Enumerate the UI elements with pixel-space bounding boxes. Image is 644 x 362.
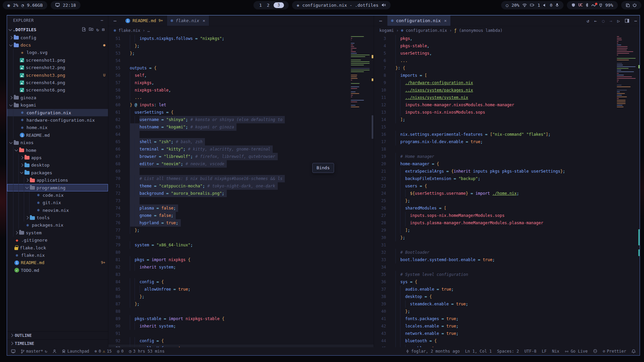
timeline-section[interactable]: TIMELINE [7,339,108,347]
go-live-button[interactable]: Go Live [565,349,588,354]
code-line[interactable]: 24 ${userSettings.username} = import ./h… [374,190,640,197]
code-line[interactable]: 55outputs = { [108,64,374,72]
code-line[interactable]: 85 allowUnfree = true; [108,286,374,293]
eol-setting[interactable]: LF [542,349,546,354]
code-line[interactable]: 43 network.enable = true; [374,330,640,337]
code-line[interactable]: 13 inputs.sops-nix.nixosModules.sops [374,109,640,116]
code-line[interactable]: 62 username = "shinya"; # konsta or shin… [108,116,374,123]
workspace-2[interactable]: 2 [266,3,270,8]
code-line[interactable]: 77 }; [108,227,374,234]
explorer-root-section[interactable]: .DOTFILES ↻ ⊟ [7,25,108,34]
code-line[interactable]: 75 gnome = false; [108,212,374,219]
tree-item--gitignore[interactable]: ◆.gitignore [7,237,108,244]
code-line[interactable]: 23 users = { [374,182,640,190]
code-line[interactable]: 88 [108,308,374,315]
minimap[interactable] [351,36,370,108]
tab-flake-active[interactable]: ❄ flake.nix × [167,15,209,26]
keyboard-layout[interactable]: UC [578,3,582,7]
code-line[interactable]: 70 # List all themes: $ nix build nixpkg… [108,175,374,182]
code-line[interactable]: 57 nixpkgs, [108,79,374,86]
code-line[interactable]: 5 userSettings, [374,50,640,57]
code-line[interactable]: 15 [374,123,640,131]
code-line[interactable]: 10 ../nixos/system/packages.nix [374,86,640,94]
tree-item-screenshot4-png[interactable]: screenshot4.png [7,79,108,86]
tree-item-desktop[interactable]: desktop [7,162,108,169]
tree-item-programming[interactable]: programming [7,184,108,191]
git-branch-indicator[interactable]: master* ↻ [21,349,47,354]
breadcrumb-item[interactable]: kogami [379,28,394,33]
code-line[interactable]: 84 config = { [108,278,374,286]
code-line[interactable]: 60} @ inputs: let [108,101,374,109]
code-line[interactable]: 36 sys = { [374,278,640,286]
tree-item-todo-md[interactable]: ✓TODO.md [7,266,108,274]
code-line[interactable]: 17 programs.nix-ld.dev.enable = true; [374,138,640,145]
language-mode[interactable]: Nix [552,349,559,354]
code-line[interactable]: 35 # System level configuration [374,271,640,278]
prettier-indicator[interactable]: ⊘ Prettier [603,349,626,354]
code-line[interactable]: 22 backupFileExtension = "backup"; [374,175,640,182]
tree-item-ginoza[interactable]: ginoza [7,94,108,101]
new-folder-icon[interactable] [89,27,93,32]
code-line[interactable]: 8 imports = [ [374,72,640,79]
outline-section[interactable]: OUTLINE [7,331,108,339]
code-line[interactable]: 58 nixpkgs-stable, [108,86,374,94]
tree-item-apps[interactable]: apps [7,154,108,161]
tree-item-readme-md[interactable]: iREADME.md [7,131,108,139]
code-line[interactable]: 66 terminal = "kitty"; # kitty, alacritt… [108,145,374,153]
tree-item-packages-nix[interactable]: ❄packages.nix [7,222,108,229]
code-line[interactable]: 20 home-manager = { [374,160,640,168]
copilot-button[interactable] [593,349,597,353]
code-line[interactable]: 64 [108,131,374,138]
power-icon[interactable] [633,3,637,7]
notifications-button[interactable] [632,349,636,354]
remote-indicator[interactable] [11,349,15,353]
code-line[interactable]: 80 [108,249,374,256]
ports-indicator[interactable]: ◎ 0 [117,349,123,354]
minimap[interactable] [617,36,636,108]
tree-item-packages[interactable]: packages [7,169,108,176]
tree-item-configuration-nix[interactable]: ❄configuration.nix [7,109,108,116]
code-line[interactable]: 81 pkgs = import nixpkgs { [108,256,374,263]
tree-item-tools[interactable]: tools [7,214,108,221]
code-line[interactable]: 44 bluetooth = { [374,337,640,345]
code-line[interactable]: 18 [374,145,640,153]
breadcrumb-item[interactable]: … [148,28,150,33]
breadcrumb-item[interactable]: (anonymous lambda) [459,28,502,33]
tree-item-code-nix[interactable]: ❄code.nix [7,191,108,199]
code-line[interactable]: 59 ... [108,94,374,101]
code-line[interactable]: 72 background = "aurora_borealis.png"; [108,190,374,197]
tree-item-screenshot2-png[interactable]: screenshot2.png [7,64,108,71]
code-editor-configuration[interactable]: 3 pkgs,4 pkgs-stable,5 userSettings,6 ..… [374,35,640,347]
code-line[interactable]: 32 # Bootloader [374,249,640,256]
timeline-history-icon[interactable]: ↺ [587,18,589,23]
code-line[interactable]: 40 }; [374,308,640,315]
tree-item-config[interactable]: config [7,34,108,41]
code-line[interactable]: 33 boot.loader.systemd-boot.enable = tru… [374,256,640,263]
breadcrumb-right[interactable]: kogami › ❄ configuration.nix › ƒ (anonym… [374,26,640,35]
code-line[interactable]: 74 plasma = false; [108,204,374,212]
tree-item-screenshot3-png[interactable]: screenshot3.pngU [7,71,108,79]
tree-item-readme-md[interactable]: iREADME.md9+ [7,259,108,266]
code-line[interactable]: 61 userSettings = { [108,109,374,116]
code-line[interactable]: 53}; [108,50,374,57]
code-line[interactable]: 91 [108,330,374,337]
code-line[interactable]: 79 system = "x86_64-linux"; [108,241,374,249]
code-line[interactable]: 51 inputs.nixpkgs.follows = "nixpkgs"; [108,35,374,42]
speaker-icon[interactable] [543,3,547,7]
code-line[interactable]: 41 fonts.packages = true; [374,315,640,322]
problems-indicator[interactable]: ⊗ 0 ⚠ 15 [95,349,112,354]
code-line[interactable]: 30 }; [374,234,640,241]
split-editor-icon[interactable] [625,19,629,23]
bluetooth-icon[interactable] [586,3,588,7]
code-line[interactable]: 76 hyprland = true; [108,219,374,227]
wifi-icon[interactable] [522,3,527,7]
go-back-icon[interactable]: ← [594,18,597,23]
explorer-more-icon[interactable]: ⋯ [101,18,103,23]
code-line[interactable]: 65 shell = "zsh"; # bash, zsh [108,138,374,145]
tree-item-applications[interactable]: applications [7,176,108,184]
mute-icon[interactable] [381,3,386,7]
code-line[interactable]: 86 }; [108,293,374,300]
tree-item-flake-lock[interactable]: flake.lock [7,244,108,251]
breadcrumb-item[interactable]: flake.nix [118,28,140,33]
launchpad-button[interactable]: Launchpad [62,349,89,354]
